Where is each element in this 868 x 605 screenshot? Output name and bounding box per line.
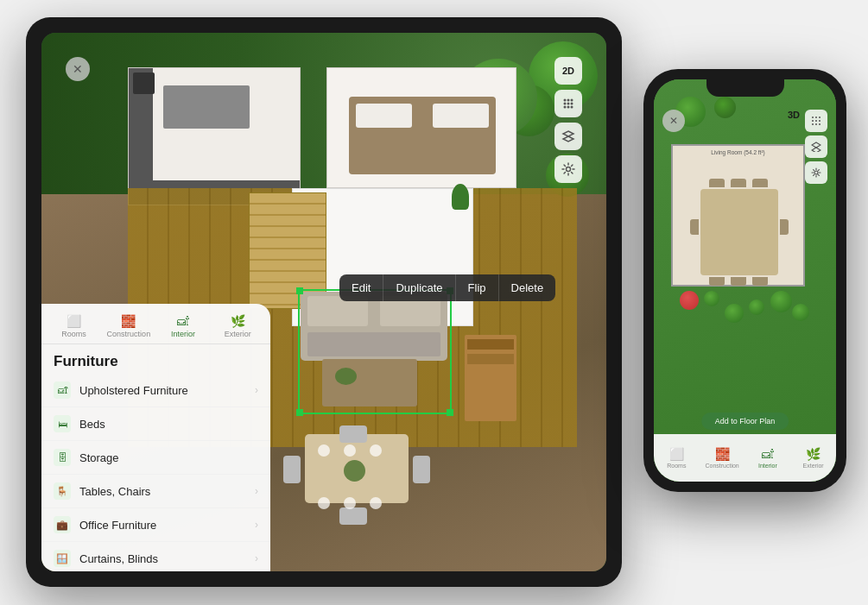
ipad-toolbar: 2D [554, 57, 582, 183]
shelf-2 [467, 354, 514, 364]
chevron-office: › [255, 519, 258, 531]
svg-point-16 [815, 120, 817, 122]
svg-point-6 [564, 106, 567, 109]
fp-chair-t1 [709, 179, 725, 187]
panel-title: Furniture [41, 344, 270, 374]
svg-marker-9 [563, 131, 573, 136]
construction-icon: 🧱 [121, 314, 136, 328]
svg-marker-10 [563, 136, 573, 142]
interior-icon: 🛋 [177, 314, 189, 328]
fp-room-main: Living Room (54.2 ft²) [671, 144, 805, 287]
tables-icon: 🪑 [54, 482, 71, 500]
svg-point-17 [819, 120, 820, 122]
svg-point-11 [567, 167, 571, 172]
plate-4 [318, 497, 330, 509]
svg-point-19 [815, 123, 817, 125]
fp-chair-t2 [731, 179, 746, 187]
table-plant [335, 368, 357, 385]
svg-point-7 [567, 106, 570, 109]
chair-left [283, 456, 301, 483]
rooms-icon: ⬜ [67, 314, 81, 328]
list-item-beds[interactable]: 🛏 Beds [41, 407, 270, 441]
upholstered-icon: 🛋 [54, 381, 71, 399]
tab-interior[interactable]: 🛋 Interior [158, 311, 209, 343]
fp-chair-b3 [752, 277, 768, 286]
fp-chair-b2 [731, 277, 746, 286]
coffee-table [322, 359, 417, 406]
plate-6 [370, 497, 382, 509]
ipad-close-button[interactable]: ✕ [66, 57, 90, 81]
list-item-upholstered[interactable]: 🛋 Upholstered Furniture › [41, 374, 270, 407]
context-delete-button[interactable]: Delete [499, 274, 556, 301]
beds-icon: 🛏 [54, 415, 71, 432]
list-item-curtains[interactable]: 🪟 Curtains, Blinds › [41, 542, 270, 571]
chevron-curtains: › [255, 552, 258, 564]
ipad-settings-button[interactable] [554, 155, 582, 183]
plate-3 [370, 444, 382, 457]
iphone-exterior-icon: 🌿 [806, 447, 820, 461]
ipad-layers-button[interactable] [554, 123, 582, 150]
shelf-1 [467, 339, 514, 350]
plate-1 [318, 444, 330, 457]
iphone-nav-rooms[interactable]: ⬜ Rooms [654, 434, 700, 482]
sofa [301, 292, 447, 361]
iphone-construction-icon: 🧱 [715, 447, 730, 461]
centerpiece [344, 460, 365, 482]
sofa-seat [307, 332, 440, 356]
fp-bush-4 [770, 291, 792, 312]
list-item-office[interactable]: 💼 Office Furniture › [41, 508, 270, 542]
svg-point-14 [819, 117, 820, 118]
tab-construction[interactable]: 🧱 Construction [103, 311, 154, 343]
iphone-nav-exterior[interactable]: 🌿 Exterior [790, 434, 836, 482]
chair-bottom [339, 507, 367, 525]
svg-point-15 [812, 120, 814, 122]
tab-exterior[interactable]: 🌿 Exterior [212, 311, 263, 343]
svg-point-13 [815, 117, 817, 118]
svg-point-1 [567, 99, 570, 102]
fp-bush-3 [749, 299, 764, 315]
iphone-settings-button[interactable] [805, 161, 827, 184]
office-icon: 💼 [54, 516, 71, 533]
kitchen-island [163, 85, 250, 129]
ipad-view-toggle[interactable] [554, 90, 582, 117]
plate-5 [344, 497, 356, 509]
tab-rooms[interactable]: ⬜ Rooms [48, 311, 99, 343]
bookshelf [465, 335, 516, 421]
iphone-toolbar [805, 110, 827, 184]
fp-bush-5 [792, 304, 809, 321]
chevron-tables: › [255, 485, 258, 497]
fp-chair-r [780, 219, 789, 235]
chair-right [413, 456, 430, 483]
iphone-add-button[interactable]: Add to Floor Plan [701, 413, 789, 430]
iphone-layers-button[interactable] [805, 135, 827, 158]
chevron-upholstered: › [255, 384, 258, 396]
svg-point-4 [567, 103, 570, 105]
ipad-screen: Edit Duplicate Flip Delete ✕ 2D [41, 33, 606, 571]
iphone-3d-badge: 3D [788, 110, 800, 120]
context-edit-button[interactable]: Edit [339, 274, 383, 301]
ipad-panel: ⬜ Rooms 🧱 Construction 🛋 Interior 🌿 Exte… [41, 304, 270, 571]
pillow-right [433, 104, 489, 128]
svg-point-2 [571, 99, 573, 102]
context-duplicate-button[interactable]: Duplicate [383, 274, 455, 301]
svg-marker-21 [812, 142, 820, 148]
iphone-notch [706, 78, 784, 97]
furniture-list: 🛋 Upholstered Furniture › 🛏 Beds 🗄 Stora… [41, 374, 270, 571]
list-item-storage[interactable]: 🗄 Storage [41, 441, 270, 475]
iphone-nav-construction[interactable]: 🧱 Construction [700, 434, 745, 482]
bed-frame [349, 97, 496, 174]
list-item-tables[interactable]: 🪑 Tables, Chairs › [41, 475, 270, 508]
pillow-left [356, 104, 412, 128]
svg-marker-22 [812, 148, 820, 152]
svg-point-5 [571, 103, 573, 105]
scene: Edit Duplicate Flip Delete ✕ 2D [0, 0, 868, 605]
iphone-view-toggle[interactable] [805, 110, 827, 132]
ipad-device: Edit Duplicate Flip Delete ✕ 2D [26, 17, 622, 587]
svg-point-23 [814, 171, 818, 174]
iphone-nav-interior[interactable]: 🛋 Interior [745, 434, 791, 482]
svg-point-0 [564, 99, 567, 102]
ipad-2d-button[interactable]: 2D [554, 57, 582, 85]
context-flip-button[interactable]: Flip [456, 274, 499, 301]
iphone-close-button[interactable]: ✕ [662, 110, 685, 132]
storage-icon: 🗄 [54, 449, 71, 466]
